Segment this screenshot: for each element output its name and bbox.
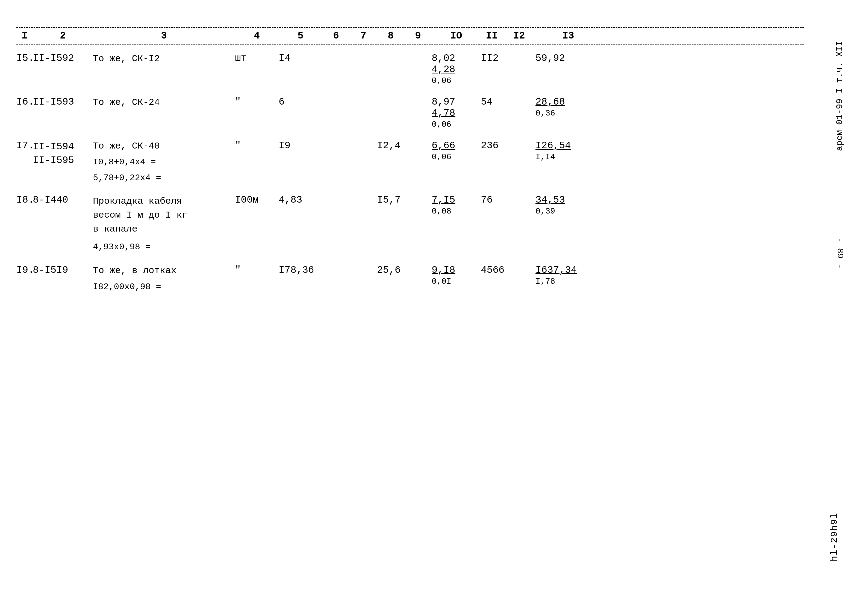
header-col-2: 2	[33, 30, 93, 41]
row16-col2: II-I593	[33, 96, 93, 108]
row18-col8: I5,7	[377, 194, 404, 205]
row16-col10: 8,97 4,78 0,06	[432, 96, 481, 129]
row17-col1: I7.	[16, 140, 33, 151]
row19-col5: I78,36	[279, 265, 322, 276]
sidebar-mid-marker: - 89 -	[835, 238, 845, 269]
row15-col5: I4	[279, 53, 322, 64]
row15-col3: То же, СК-I2	[93, 53, 235, 65]
header-col-13: I3	[535, 30, 601, 41]
row19-col2: 8-I5I9	[33, 265, 93, 276]
row19-col10: 9,I8 0,0I	[432, 265, 481, 286]
header-col-1: I	[16, 30, 33, 41]
row16-col11: 54	[481, 96, 503, 108]
row18-col1: I8.	[16, 194, 33, 205]
row17-col4: "	[235, 140, 279, 151]
main-table: I 2 3 4 5 6 7 8 9 IO II I2 I3 I5. II-I59…	[16, 27, 804, 295]
row15-col13: 59,92	[535, 53, 601, 64]
header-col-10: IO	[432, 30, 481, 41]
table-header: I 2 3 4 5 6 7 8 9 IO II I2 I3	[16, 27, 804, 44]
row18-col13: 34,53 0,39	[535, 194, 601, 216]
row16-col1: I6.	[16, 96, 33, 108]
row15-col2: II-I592	[33, 53, 93, 64]
row16-col5: 6	[279, 96, 322, 108]
row18-col2: 8-I440	[33, 194, 93, 205]
row18-col4: I00м	[235, 194, 279, 205]
sidebar-bottom-text: hl-29h9l	[829, 512, 839, 562]
row17-col5: I9	[279, 140, 322, 151]
row19-col1: I9.	[16, 265, 33, 276]
row15-col10: 8,02 4,28 0,06	[432, 53, 481, 85]
row18-col5: 4,83	[279, 194, 322, 205]
header-col-6: 6	[322, 30, 350, 41]
row16-col4: "	[235, 96, 279, 108]
row18-col3: Прокладка кабеля весом I м до I кг в кан…	[93, 194, 235, 254]
header-col-3: 3	[93, 30, 235, 41]
row16-col13: 28,68 0,36	[535, 96, 601, 118]
row17-col3: То же, СК-40 I0,8+0,4x4 = 5,78+0,22x4 =	[93, 140, 235, 183]
table-row: I9. 8-I5I9 То же, в лотках I82,00x0,98 =…	[16, 257, 804, 295]
row18-col10: 7,I5 0,08	[432, 194, 481, 216]
header-col-4: 4	[235, 30, 279, 41]
row16-col3: То же, СК-24	[93, 96, 235, 109]
sidebar-top-text: арсм 01-99 I т.ч. XII	[835, 41, 845, 151]
row19-col4: "	[235, 265, 279, 276]
header-col-12: I2	[503, 30, 535, 41]
table-row: I7. II-I594 II-I595 То же, СК-40 I0,8+0,…	[16, 132, 804, 186]
table-row: I8. 8-I440 Прокладка кабеля весом I м до…	[16, 186, 804, 257]
row19-col3: То же, в лотках I82,00x0,98 =	[93, 265, 235, 292]
row19-col11: 4566	[481, 265, 503, 276]
row15-col4: шт	[235, 53, 279, 64]
header-col-7: 7	[350, 30, 377, 41]
row17-col10: 6,66 0,06	[432, 140, 481, 162]
page: арсм 01-99 I т.ч. XII - 89 - hl-29h9l I …	[0, 0, 845, 616]
row15-col1: I5.	[16, 53, 33, 64]
header-col-9: 9	[404, 30, 432, 41]
table-row: I5. II-I592 То же, СК-I2 шт I4 8,02 4,28…	[16, 44, 804, 88]
row19-col8: 25,6	[377, 265, 404, 276]
row17-col2: II-I594 II-I595	[33, 140, 93, 168]
header-col-8: 8	[377, 30, 404, 41]
row17-col8: I2,4	[377, 140, 404, 151]
table-row: I6. II-I593 То же, СК-24 " 6 8,97 4,78 0…	[16, 88, 804, 132]
row15-col11: II2	[481, 53, 503, 64]
row17-col11: 236	[481, 140, 503, 151]
row17-col13: I26,54 I,I4	[535, 140, 601, 162]
header-col-11: II	[481, 30, 503, 41]
row18-col11: 76	[481, 194, 503, 205]
header-col-5: 5	[279, 30, 322, 41]
row19-col13: I637,34 I,78	[535, 265, 601, 286]
